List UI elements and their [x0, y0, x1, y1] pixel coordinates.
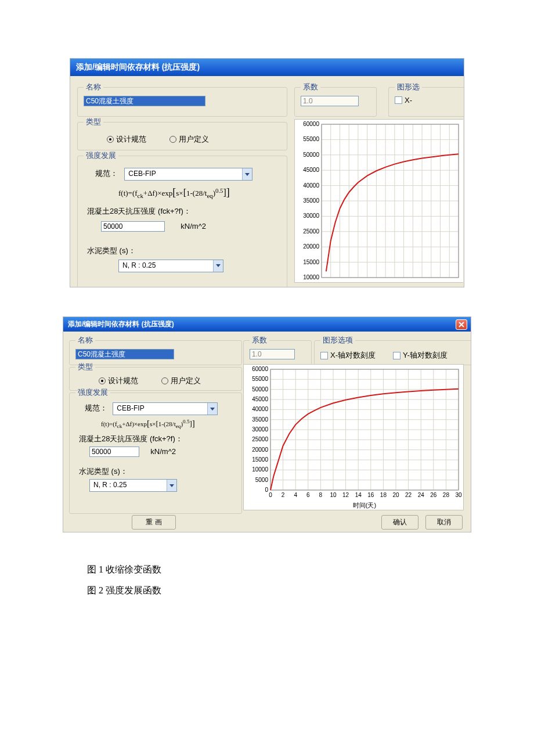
name-legend: 名称 [84, 82, 103, 92]
ylog-checkbox[interactable]: Y-轴对数刻度 [393, 350, 448, 361]
coeff-legend: 系数 [301, 82, 320, 92]
svg-text:60000: 60000 [303, 121, 319, 127]
strength-legend: 强度发展 [75, 387, 110, 398]
combo-arrow-icon [213, 260, 223, 272]
graphopt-legend: 图形选项 [320, 335, 355, 345]
svg-text:55000: 55000 [252, 376, 268, 382]
chart-area: 0500010000150002000025000300003500040000… [243, 364, 464, 510]
ok-button[interactable]: 确认 [381, 515, 418, 530]
svg-text:4: 4 [294, 492, 297, 498]
type-group: 类型 设计规范 用户定义 [69, 362, 242, 391]
close-button[interactable] [456, 319, 467, 330]
spec-combo[interactable]: CEB-FIP [113, 402, 218, 415]
svg-text:55000: 55000 [303, 136, 319, 142]
fck-input[interactable] [101, 221, 165, 232]
strength-legend: 强度发展 [84, 150, 118, 161]
graphopt-legend: 图形选 [395, 82, 422, 92]
svg-text:25000: 25000 [303, 228, 319, 235]
svg-text:45000: 45000 [252, 396, 268, 402]
name-legend: 名称 [75, 335, 95, 345]
svg-text:20000: 20000 [252, 447, 268, 453]
svg-text:6: 6 [306, 492, 310, 498]
close-icon [459, 322, 464, 327]
radio-user[interactable]: 用户定义 [161, 376, 201, 386]
checkbox-icon [320, 352, 328, 359]
radio-spec[interactable]: 设计规范 [107, 134, 146, 145]
svg-text:50000: 50000 [303, 152, 319, 158]
svg-text:时间(天): 时间(天) [353, 502, 376, 509]
svg-text:0: 0 [269, 492, 272, 498]
spec-combo[interactable]: CEB-FIP [124, 168, 252, 181]
radio-user[interactable]: 用户定义 [169, 134, 209, 145]
svg-text:35000: 35000 [303, 197, 319, 204]
type-legend: 类型 [75, 362, 95, 372]
ylog-label: Y-轴对数刻度 [403, 350, 448, 361]
svg-text:10000: 10000 [303, 274, 319, 280]
svg-text:0: 0 [265, 487, 268, 493]
svg-text:25000: 25000 [252, 436, 268, 442]
fck-label: 混凝土28天抗压强度 (fck+?f)： [87, 206, 281, 217]
svg-text:60000: 60000 [252, 366, 268, 372]
radio-spec[interactable]: 设计规范 [99, 376, 138, 386]
combo-arrow-icon [207, 403, 217, 415]
radio-dot-off-icon [161, 377, 168, 384]
radio-dot-on-icon [107, 136, 114, 143]
strength-chart: 0500010000150002000025000300003500040000… [244, 365, 463, 510]
strength-chart: 1000015000200002500030000350004000045000… [295, 120, 463, 282]
coeff-input [301, 96, 359, 106]
cement-label: 水泥类型 (s)： [79, 466, 236, 477]
combo-arrow-icon [242, 168, 252, 180]
fck-input[interactable] [89, 447, 139, 457]
svg-text:10000: 10000 [252, 466, 268, 473]
svg-text:30000: 30000 [252, 426, 268, 433]
titlebar: 添加/编辑时间依存材料 (抗压强度) [70, 59, 464, 76]
fck-label: 混凝土28天抗压强度 (fck+?f)： [79, 434, 236, 444]
svg-text:26: 26 [430, 492, 437, 498]
svg-text:30000: 30000 [303, 213, 319, 219]
xlog-label: X-轴对数刻度 [330, 350, 376, 361]
fck-unit: kN/m^2 [181, 222, 206, 231]
figure-caption-2: 图 2 强度发展函数 [87, 582, 499, 599]
svg-text:35000: 35000 [252, 416, 268, 423]
spec-combo-value: CEB-FIP [113, 403, 207, 415]
cancel-button[interactable]: 取消 [425, 515, 463, 530]
type-group: 类型 设计规范 用户定义 [77, 117, 287, 150]
formula-text: f(t)=(fck+Δf)×exp[s×[1-(28/teq)0.5]] [101, 419, 236, 429]
name-input[interactable] [84, 96, 205, 106]
svg-text:18: 18 [380, 492, 387, 498]
spec-combo-value: CEB-FIP [125, 168, 242, 180]
svg-text:30: 30 [455, 492, 462, 498]
svg-text:8: 8 [319, 492, 323, 498]
svg-text:22: 22 [405, 492, 412, 498]
xlog-checkbox[interactable]: X-轴对数刻度 [320, 350, 376, 361]
cement-combo[interactable]: N, R : 0.25 [89, 479, 177, 492]
name-group: 名称 [77, 82, 287, 117]
cement-combo-value: N, R : 0.25 [119, 260, 213, 272]
figure-caption-1: 图 1 收缩徐变函数 [87, 561, 499, 578]
formula-text: f(t)=(fck+Δf)×exp[s×[1-(28/teq)0.5]] [118, 186, 281, 199]
type-legend: 类型 [84, 117, 103, 127]
radio-dot-on-icon [99, 377, 106, 384]
dialog-full: www.bdocx.com 添加/编辑时间依存材料 (抗压强度) 名称 系数 图… [63, 316, 471, 532]
radio-spec-label: 设计规范 [116, 134, 146, 145]
redraw-button[interactable]: 重 画 [132, 515, 176, 530]
svg-text:2: 2 [282, 492, 285, 498]
svg-text:24: 24 [418, 492, 425, 498]
radio-user-label: 用户定义 [171, 376, 201, 386]
title-text: 添加/编辑时间依存材料 (抗压强度) [68, 320, 174, 328]
coeff-group: 系数 [243, 335, 312, 365]
graphopt-group: 图形选项 X-轴对数刻度 Y-轴对数刻度 [314, 335, 471, 365]
svg-text:5000: 5000 [255, 477, 269, 483]
svg-text:40000: 40000 [252, 406, 268, 412]
svg-text:16: 16 [367, 492, 374, 498]
name-input[interactable] [75, 349, 174, 359]
checkbox-icon [393, 352, 400, 359]
cement-combo[interactable]: N, R : 0.25 [118, 260, 223, 272]
svg-text:20000: 20000 [303, 243, 319, 250]
xlog-label: X- [405, 96, 412, 105]
coeff-legend: 系数 [250, 335, 269, 345]
coeff-group: 系数 [294, 82, 377, 117]
xlog-checkbox[interactable]: X- [395, 96, 412, 105]
cement-combo-value: N, R : 0.25 [90, 480, 167, 491]
spec-label: 规范： [85, 404, 107, 412]
